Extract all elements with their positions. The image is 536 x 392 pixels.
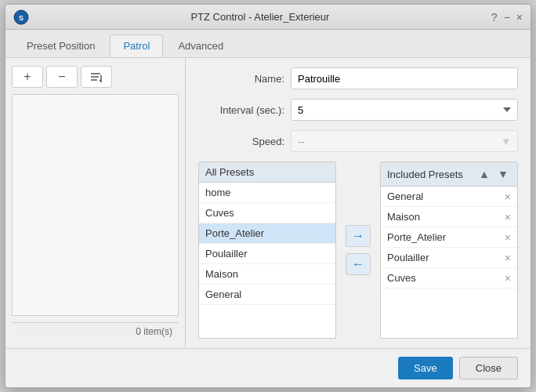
all-preset-item[interactable]: Cuves	[199, 203, 335, 223]
speed-select-disabled: -- ▼	[291, 130, 518, 152]
move-up-button[interactable]: ▲	[476, 166, 492, 182]
speed-row: Speed: -- ▼	[198, 130, 518, 152]
sort-button[interactable]	[81, 66, 112, 88]
status-bar: 0 item(s)	[12, 322, 179, 340]
patrol-toolbar: + −	[12, 66, 179, 88]
remove-preset-button[interactable]: ×	[505, 191, 511, 202]
speed-label: Speed:	[198, 136, 284, 147]
save-button[interactable]: Save	[398, 357, 453, 379]
tab-patrol[interactable]: Patrol	[110, 34, 163, 57]
app-logo-icon: S	[13, 9, 29, 25]
interval-select[interactable]: 5 10 15 30	[291, 99, 518, 121]
main-content: + − 0 item(s) Name:	[5, 58, 531, 348]
remove-preset-button[interactable]: ×	[505, 212, 511, 223]
move-down-button[interactable]: ▼	[495, 166, 511, 182]
right-panel: Name: Interval (sec.): 5 10 15 30 Speed:…	[186, 58, 531, 348]
interval-row: Interval (sec.): 5 10 15 30	[198, 99, 518, 121]
included-preset-item[interactable]: Maison ×	[381, 207, 517, 227]
interval-label: Interval (sec.):	[198, 104, 284, 116]
all-preset-item[interactable]: Poulailler	[199, 244, 335, 264]
transfer-buttons: → ←	[342, 162, 374, 339]
minimize-button[interactable]: −	[504, 12, 510, 23]
add-patrol-button[interactable]: +	[12, 66, 43, 88]
remove-preset-button[interactable]: ×	[505, 273, 511, 284]
tab-bar: Preset Position Patrol Advanced	[5, 30, 531, 58]
tab-preset-position[interactable]: Preset Position	[13, 34, 108, 57]
name-label: Name:	[198, 73, 284, 85]
name-row: Name:	[198, 67, 518, 89]
tab-advanced[interactable]: Advanced	[165, 34, 237, 57]
title-bar: S PTZ Control - Atelier_Exterieur ? − ×	[5, 5, 531, 30]
all-preset-item[interactable]: Maison	[199, 264, 335, 285]
included-preset-item[interactable]: Porte_Atelier ×	[381, 227, 517, 248]
included-presets-column: Included Presets ▲ ▼ General × Maison	[380, 162, 518, 339]
name-input[interactable]	[291, 67, 518, 89]
remove-preset-button[interactable]: ×	[505, 252, 511, 263]
all-preset-item[interactable]: home	[199, 183, 335, 203]
close-window-button[interactable]: ×	[516, 12, 523, 23]
remove-preset-button[interactable]: ×	[505, 232, 511, 243]
remove-patrol-button[interactable]: −	[46, 66, 78, 88]
all-presets-list[interactable]: home Cuves Porte_Atelier Poulailler Mais	[198, 182, 336, 339]
sort-icon	[89, 70, 103, 84]
main-window: S PTZ Control - Atelier_Exterieur ? − × …	[5, 4, 531, 388]
all-presets-header: All Presets	[198, 162, 336, 182]
close-button[interactable]: Close	[459, 357, 518, 379]
included-preset-item[interactable]: General ×	[381, 187, 517, 207]
svg-text:S: S	[19, 14, 24, 22]
remove-from-included-button[interactable]: ←	[346, 253, 371, 275]
add-to-included-button[interactable]: →	[346, 225, 371, 247]
included-preset-item[interactable]: Poulailler ×	[381, 248, 517, 268]
help-button[interactable]: ?	[491, 12, 498, 23]
presets-area: All Presets home Cuves Porte_Atelier	[198, 162, 518, 339]
included-presets-header: Included Presets ▲ ▼	[380, 162, 518, 186]
footer: Save Close	[5, 348, 531, 387]
included-preset-item[interactable]: Cuves ×	[381, 268, 517, 289]
left-panel: + − 0 item(s)	[5, 58, 186, 348]
all-preset-item[interactable]: General	[199, 285, 335, 305]
included-presets-list[interactable]: General × Maison × Porte_Atelier × Pou	[380, 186, 518, 339]
all-preset-item[interactable]: Porte_Atelier	[199, 223, 335, 244]
window-title: PTZ Control - Atelier_Exterieur	[29, 11, 491, 23]
patrol-list[interactable]	[12, 94, 179, 316]
all-presets-column: All Presets home Cuves Porte_Atelier	[198, 162, 336, 339]
